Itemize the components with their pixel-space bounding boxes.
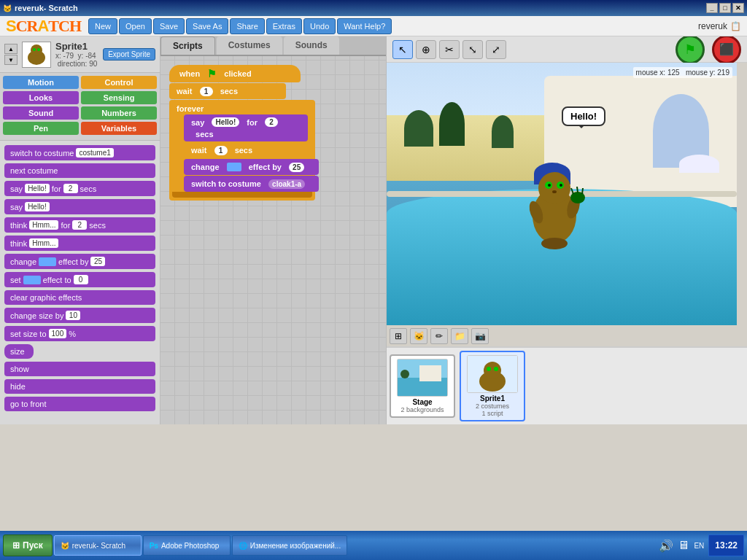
sprites-row: Stage 2 backgrounds Sprite1 2 costumes 1 [387, 347, 747, 424]
svg-point-5 [538, 172, 570, 204]
user-area: reveruk 📋 [698, 21, 741, 31]
category-motion[interactable]: Motion [3, 76, 79, 89]
taskbar-item-scratch[interactable]: 🐱 reveruk- Scratch [54, 535, 142, 556]
block-say[interactable]: say Hello! [4, 199, 155, 214]
sprite-info: ▲ ▼ Sprite1 x: -79 y: -84 direction: 90 … [0, 36, 160, 73]
start-icon: ⊞ [12, 540, 20, 551]
stage-viewport[interactable]: Hello! mouse x: 125 mouse y: 219 [387, 63, 737, 325]
sprite-thumbnail [22, 42, 51, 68]
stage-thumbnail[interactable]: Stage 2 backgrounds [390, 354, 455, 418]
close-button[interactable]: ✕ [732, 3, 744, 13]
taskbar-right: 🔊 🖥 EN 13:22 [659, 534, 744, 556]
tab-scripts[interactable]: Scripts [160, 36, 215, 55]
tab-sounds[interactable]: Sounds [284, 36, 339, 55]
sprite-details: Sprite1 x: -79 y: -84 direction: 90 [55, 41, 98, 68]
save-as-button[interactable]: Save As [186, 18, 228, 34]
block-clear-effects[interactable]: clear graphic effects [4, 290, 155, 305]
tree-2 [439, 102, 465, 146]
stage-thumb-sub: 2 backgrounds [400, 406, 444, 413]
script-area[interactable]: when ⚑ clicked wait 1 secs forever say H… [160, 56, 386, 424]
save-button[interactable]: Save [153, 18, 185, 34]
svg-point-9 [560, 184, 562, 187]
block-set-effect[interactable]: set effect to 0 [4, 272, 155, 287]
open-button[interactable]: Open [119, 18, 152, 34]
start-button[interactable]: ⊞ Пуск [3, 534, 53, 556]
block-think-secs[interactable]: think Hmm... for 2 secs [4, 217, 155, 233]
block-say-inner[interactable]: say Hello! for 2 secs [184, 114, 308, 141]
speech-bubble: Hello! [562, 106, 605, 126]
sprite-nav-down[interactable]: ▼ [4, 55, 18, 65]
block-forever[interactable]: forever say Hello! for 2 secs wait 1 sec… [169, 100, 315, 201]
undo-button[interactable]: Undo [303, 18, 336, 34]
center-panel: Scripts Costumes Sounds when ⚑ clicked w… [160, 36, 387, 424]
category-numbers[interactable]: Numbers [81, 106, 157, 120]
volume-icon[interactable]: 🔊 [659, 539, 673, 553]
svg-point-24 [484, 362, 501, 379]
block-wait-inner[interactable]: wait 1 secs [184, 142, 293, 158]
block-say-secs[interactable]: say Hello! for 2 secs [4, 181, 155, 196]
svg-line-15 [577, 187, 578, 192]
block-set-size[interactable]: set size to 100 % [4, 326, 155, 341]
svg-point-3 [37, 48, 40, 51]
category-looks[interactable]: Looks [3, 91, 79, 104]
sprite-nav-up[interactable]: ▲ [4, 44, 18, 54]
svg-point-2 [33, 48, 36, 51]
minimize-button[interactable]: _ [706, 3, 718, 13]
category-variables[interactable]: Variables [81, 122, 157, 135]
tool-stage-full[interactable]: ⊞ [390, 328, 407, 344]
block-change-color-inner[interactable]: change effect by 25 [184, 159, 319, 175]
tool-shrink[interactable]: ⤢ [486, 40, 506, 59]
want-help-button[interactable]: Want Help? [337, 18, 392, 34]
block-hide[interactable]: hide [4, 379, 155, 394]
tool-camera-sprite[interactable]: 📷 [471, 328, 489, 344]
extras-button[interactable]: Extras [266, 18, 302, 34]
tool-scissors[interactable]: ✂ [439, 40, 460, 59]
window-controls: _ □ ✕ [706, 3, 744, 13]
block-switch-costume[interactable]: switch to costume costume1 [4, 145, 155, 160]
tree-1 [404, 110, 433, 147]
category-sensing[interactable]: Sensing [81, 91, 157, 104]
sprite1-thumb-sub1: 2 costumes [476, 402, 509, 410]
block-show[interactable]: show [4, 362, 155, 376]
network-icon[interactable]: 🖥 [678, 539, 689, 552]
block-event-when-clicked[interactable]: when ⚑ clicked [169, 65, 301, 82]
block-size-reporter[interactable]: size [4, 344, 34, 359]
tool-stamp[interactable]: ⊕ [416, 40, 436, 59]
category-sound[interactable]: Sound [3, 106, 79, 120]
block-next-costume[interactable]: next costume [4, 163, 155, 178]
right-panel: ↖ ⊕ ✂ ⤡ ⤢ ⚑ ⬛ [387, 36, 747, 424]
block-switch-costume-inner[interactable]: switch to costume cloak1-a [184, 176, 319, 192]
tool-paint-sprite[interactable]: ✏ [430, 328, 448, 344]
tool-grow[interactable]: ⤡ [462, 40, 483, 59]
block-change-effect[interactable]: change effect by 25 [4, 254, 155, 269]
categories: Motion Control Looks Sensing Sound Numbe… [0, 73, 160, 141]
stage-controls: ↖ ⊕ ✂ ⤡ ⤢ ⚑ ⬛ [387, 36, 747, 63]
export-sprite-button[interactable]: Export Sprite [103, 48, 155, 61]
block-go-to-front[interactable]: go to front [4, 397, 155, 411]
username: reveruk [698, 21, 727, 31]
share-button[interactable]: Share [230, 18, 264, 34]
left-panel: ▲ ▼ Sprite1 x: -79 y: -84 direction: 90 … [0, 36, 160, 424]
go-button[interactable]: ⚑ [676, 36, 705, 64]
new-button[interactable]: New [88, 18, 117, 34]
sprite-coords: x: -79 y: -84 direction: 90 [55, 52, 98, 68]
stage-sprite [518, 150, 591, 252]
sprite1-thumbnail[interactable]: Sprite1 2 costumes 1 script [460, 351, 525, 421]
svg-point-26 [494, 367, 498, 371]
stop-button[interactable]: ⬛ [712, 36, 741, 64]
tool-new-sprite-cat[interactable]: 🐱 [410, 328, 427, 344]
taskbar-item-browser[interactable]: 🌐 Изменение изображений... [232, 535, 348, 556]
tool-import-sprite[interactable]: 📁 [451, 328, 468, 344]
language-indicator: EN [694, 542, 704, 550]
category-pen[interactable]: Pen [3, 122, 79, 135]
taskbar-item-photoshop[interactable]: Ps Adobe Photoshop [143, 535, 231, 556]
tool-select[interactable]: ↖ [392, 40, 413, 59]
title-text: reveruk- Scratch [15, 4, 706, 12]
block-think[interactable]: think Hmm... [4, 236, 155, 251]
tab-costumes[interactable]: Costumes [217, 36, 282, 55]
block-change-size[interactable]: change size by 10 [4, 308, 155, 323]
block-wait[interactable]: wait 1 secs [169, 83, 286, 99]
category-control[interactable]: Control [81, 76, 157, 89]
stage-thumb-img [397, 359, 448, 397]
maximize-button[interactable]: □ [719, 3, 731, 13]
